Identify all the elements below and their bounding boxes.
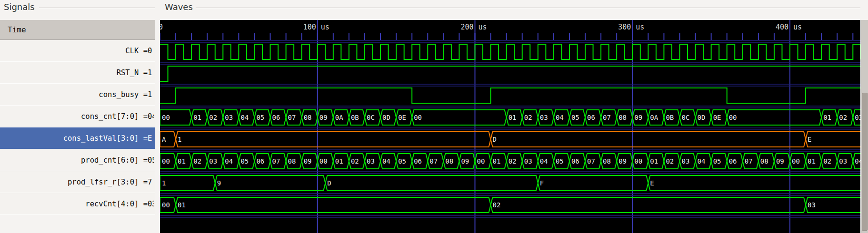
bus-value-label: 01 [193,110,205,125]
signal-value-label: 0 [148,47,154,55]
bus-value-label: 03 [209,154,221,168]
ruler-unit-label: us [479,23,487,31]
bus-value-label: 02 [509,154,520,168]
bus-value-label: 00 [162,154,174,168]
bus-value-label: 00 [414,110,504,125]
bus-value-label: 08 [445,154,457,168]
bus-value-label: 04 [382,154,394,168]
ruler-label-300: 300 [618,23,631,31]
signal-row-recvcnt40[interactable]: recvCnt[4:0] =03 [0,193,155,215]
vertical-scrollbar[interactable] [860,20,868,233]
bus-value-label: 03 [225,110,237,125]
bus-value-label: 04 [225,154,237,168]
bus-value-label: 00 [477,154,489,168]
bus-value-label: 02 [666,154,678,168]
bus-value-label: 0C [681,110,693,125]
bus-value-label: 02 [351,154,363,168]
bus-value-label: 0E [713,110,725,125]
signal-row-prod_cnt60[interactable]: prod_cnt[6:0] =05 [0,149,155,171]
signal-name-list: CLK =0RST_N =1cons_busy =1cons_cnt[7:0] … [0,40,155,215]
bus-value-label: 07 [288,110,300,125]
bus-value-label: 03 [839,154,851,168]
bus-value-label: 0C [367,110,379,125]
ruler-label-200: 200 [460,23,473,31]
bus-value-label: F [540,176,647,190]
bus-value-label: 08 [603,154,615,168]
signal-name-label: CLK = [125,47,148,55]
wave-row-rst_n [160,66,860,81]
bus-value-label: 01 [509,110,520,125]
bus-value-label: 09 [319,110,331,125]
bus-value-label: 02 [839,110,851,125]
bus-value-label: D [493,132,804,146]
bus-value-label: 00 [319,154,331,168]
bus-value-label: E [808,132,860,146]
bus-value-label: 07 [587,154,599,168]
signal-value-label: E [148,134,154,143]
bus-value-label: 00 [162,198,174,212]
bus-value-label: 09 [304,154,316,168]
bus-value-label: 03 [681,154,693,168]
bus-value-label: 06 [256,154,268,168]
signals-frame-title: Signals [4,2,35,12]
signal-row-clk[interactable]: CLK =0 [0,40,155,62]
bus-value-label: 03 [367,154,379,168]
signal-row-prod_lfsr_r30[interactable]: prod_lfsr_r[3:0] =7 [0,171,155,193]
ruler-unit-label: us [321,23,329,31]
bus-value-label: 09 [461,154,473,168]
wave-row-clk [160,44,860,59]
bus-value-label: 00 [634,154,646,168]
bus-value-label: E [650,176,860,190]
signal-value-label: 1 [148,68,154,77]
signal-value-label: 1 [148,90,154,99]
bus-value-label: 07 [745,154,757,168]
signal-name-label: prod_cnt[6:0] = [81,156,148,165]
signal-value-label: 05 [148,156,154,165]
bus-value-label: 04 [540,154,552,168]
bus-value-label: 09 [776,154,788,168]
bus-value-label: D [327,176,536,190]
bus-value-label: 05 [256,110,268,125]
signal-row-rst_n[interactable]: RST_N =1 [0,62,155,84]
waves-frame-border [196,8,860,8]
signals-frame-border [39,8,155,8]
bus-value-label: 04 [698,154,709,168]
bus-value-label: 07 [429,154,441,168]
bus-value-label: 1 [162,176,213,190]
ruler-label-0: 0 [160,23,163,31]
waves-panel[interactable]: Waves 0100us200us300us400us 000102030405… [160,0,860,233]
bus-value-label: 01 [178,154,190,168]
bus-value-label: 07 [272,154,284,168]
bus-value-label: 09 [634,110,646,125]
bus-value-label: 06 [414,154,426,168]
bus-value-label: 08 [760,154,772,168]
bus-value-label: 01 [493,154,505,168]
bus-value-label: 01 [823,110,835,125]
signal-row-cons_busy[interactable]: cons_busy =1 [0,84,155,106]
bus-value-label: 0E [398,110,410,125]
bus-value-label: 03 [808,198,860,212]
time-column-header: Time [0,20,155,40]
bus-value-label: 02 [524,110,536,125]
ruler-unit-label: us [793,23,802,31]
wave-row-cons_busy [160,88,860,103]
bus-value-label: A [162,132,174,146]
signal-row-cons_cnt70[interactable]: cons_cnt[7:0] =04 [0,106,155,127]
bus-value-label: 05 [571,110,583,125]
bus-value-label: 05 [240,154,252,168]
bus-value-label: 06 [587,110,599,125]
bus-value-label: 08 [619,110,630,125]
ruler-unit-label: us [636,23,644,31]
ruler-label-400: 400 [776,23,788,31]
bus-value-label: 0D [698,110,709,125]
bus-value-label: 07 [603,110,615,125]
vertical-scrollbar-handle[interactable] [862,93,868,231]
signal-row-cons_lastval30[interactable]: cons_lastVal[3:0] =E [0,127,155,149]
bus-value-label: 05 [398,154,410,168]
bus-value-label: 04 [240,110,252,125]
bus-value-label: 03 [855,110,860,125]
signal-name-label: recvCnt[4:0] = [85,200,148,208]
waves-frame-title: Waves [165,2,193,12]
bus-value-label: 06 [272,110,284,125]
bus-value-label: 00 [729,110,819,125]
